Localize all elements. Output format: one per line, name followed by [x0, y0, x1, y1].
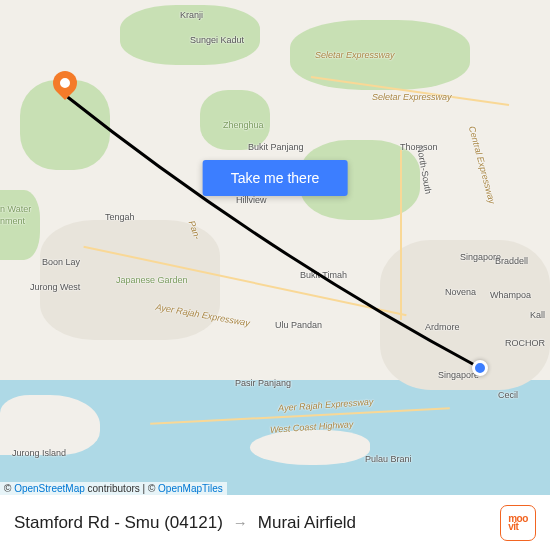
map-label: Jurong Island	[12, 448, 66, 458]
map-label: Ayer Rajah Expressway	[278, 397, 374, 414]
map-label: Braddell	[495, 256, 528, 266]
route-from-label: Stamford Rd - Smu (04121)	[14, 513, 223, 533]
moovit-logo[interactable]: moovit	[500, 505, 536, 541]
map-attribution: © OpenStreetMap contributors | © OpenMap…	[0, 482, 227, 495]
map-label: Seletar Expressway	[315, 50, 395, 60]
map-label: Pasir Panjang	[235, 378, 291, 388]
osm-link[interactable]: OpenStreetMap	[14, 483, 85, 494]
route-to-label: Murai Airfield	[258, 513, 356, 533]
map-label: Whampoa	[490, 290, 531, 300]
map-label: Zhenghua	[223, 120, 264, 130]
map-label: Novena	[445, 287, 476, 297]
map-label: Seletar Expressway	[372, 92, 452, 102]
pin-icon	[48, 66, 82, 100]
pin-dot	[58, 76, 72, 90]
map-label: Boon Lay	[42, 257, 80, 267]
road-line	[400, 150, 402, 320]
map-label: Hillview	[236, 195, 267, 205]
map-label: Sungei Kadut	[190, 35, 244, 45]
map-label: Bukit Panjang	[248, 142, 304, 152]
attr-mid: contributors | ©	[85, 483, 158, 494]
map-label: Pulau Brani	[365, 454, 412, 464]
arrow-right-icon: →	[233, 514, 248, 531]
map-label: nment	[0, 216, 25, 226]
map-label: Ardmore	[425, 322, 460, 332]
attr-prefix: ©	[4, 483, 14, 494]
origin-pin[interactable]	[472, 360, 488, 376]
map-label: Kranji	[180, 10, 203, 20]
take-me-there-button[interactable]: Take me there	[203, 160, 348, 196]
route-summary-footer: Stamford Rd - Smu (04121) → Murai Airfie…	[0, 495, 550, 550]
land-island	[250, 430, 370, 465]
map-label: Cecil	[498, 390, 518, 400]
map-label: Ulu Pandan	[275, 320, 322, 330]
openmaptiles-link[interactable]: OpenMapTiles	[158, 483, 223, 494]
map-label: n Water	[0, 204, 31, 214]
map-viewport[interactable]: KranjiSungei KadutSeletar ExpresswaySele…	[0, 0, 550, 495]
map-label: Bukit Timah	[300, 270, 347, 280]
map-label: Tengah	[105, 212, 135, 222]
map-label: Japanese Garden	[116, 275, 188, 285]
map-label: Kall	[530, 310, 545, 320]
map-label: Jurong West	[30, 282, 80, 292]
moovit-logo-text: moovit	[508, 515, 528, 531]
destination-pin[interactable]	[53, 71, 77, 95]
map-label: ROCHOR	[505, 338, 545, 348]
land-jurong	[0, 395, 100, 455]
